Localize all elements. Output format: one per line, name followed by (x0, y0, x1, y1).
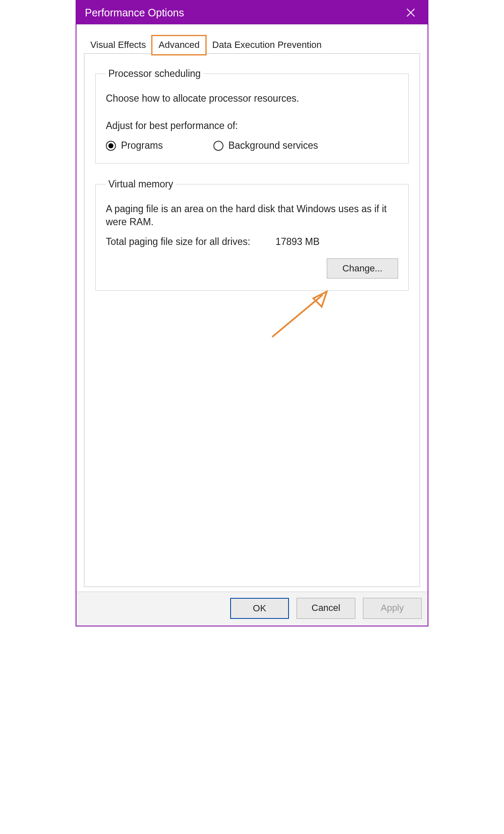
window-title: Performance Options (83, 7, 184, 19)
radio-background-services[interactable]: Background services (213, 140, 318, 151)
tab-strip: Visual Effects Advanced Data Execution P… (84, 35, 423, 53)
svg-line-2 (272, 295, 323, 337)
virtual-memory-description: A paging file is an area on the hard dis… (106, 203, 398, 229)
annotation-arrow-icon (264, 287, 335, 341)
titlebar: Performance Options (76, 1, 428, 24)
total-paging-label: Total paging file size for all drives: (106, 236, 250, 247)
tab-advanced[interactable]: Advanced (152, 36, 206, 54)
tab-label: Data Execution Prevention (212, 39, 322, 50)
close-button[interactable] (401, 8, 421, 17)
tab-visual-effects[interactable]: Visual Effects (84, 36, 152, 54)
group-legend: Virtual memory (106, 179, 176, 190)
svg-marker-3 (313, 292, 327, 307)
tab-pane-advanced: Processor scheduling Choose how to alloc… (84, 53, 420, 587)
close-icon (406, 8, 415, 17)
radio-icon (106, 141, 116, 151)
radio-programs[interactable]: Programs (106, 140, 163, 151)
radio-label: Programs (121, 140, 163, 151)
tab-label: Visual Effects (90, 39, 146, 50)
radio-icon (213, 141, 223, 151)
total-paging-row: Total paging file size for all drives: 1… (106, 236, 398, 247)
total-paging-value: 17893 MB (276, 236, 320, 247)
apply-button[interactable]: Apply (363, 598, 422, 619)
processor-scheduling-description: Choose how to allocate processor resourc… (106, 92, 398, 105)
group-processor-scheduling: Processor scheduling Choose how to alloc… (95, 68, 409, 163)
performance-options-window: Performance Options Visual Effects Advan… (76, 0, 428, 626)
client-area: Visual Effects Advanced Data Execution P… (76, 24, 428, 592)
tab-data-execution-prevention[interactable]: Data Execution Prevention (206, 36, 328, 54)
dialog-footer: OK Cancel Apply (76, 592, 428, 626)
change-button[interactable]: Change... (327, 258, 398, 279)
ok-button[interactable]: OK (230, 598, 289, 619)
cancel-button[interactable]: Cancel (297, 598, 355, 619)
adjust-for-label: Adjust for best performance of: (106, 120, 398, 132)
group-legend: Processor scheduling (106, 68, 203, 79)
radio-label: Background services (228, 140, 318, 151)
group-virtual-memory: Virtual memory A paging file is an area … (95, 179, 409, 291)
radio-group-performance: Programs Background services (106, 140, 398, 151)
tab-label: Advanced (158, 39, 200, 50)
